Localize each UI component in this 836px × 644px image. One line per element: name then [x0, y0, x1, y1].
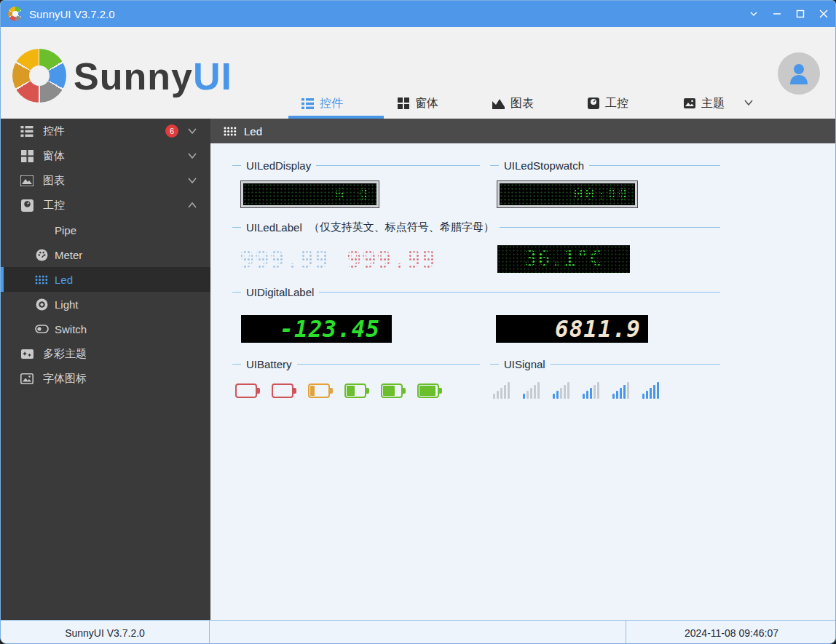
nav-tabs: 控件 窗体 图表 工控 主题	[1, 90, 835, 119]
tab-forms[interactable]: 窗体	[398, 92, 438, 114]
tab-label: 图表	[510, 96, 534, 111]
window-controls	[742, 1, 835, 27]
led-stopwatch-value: 00:00	[574, 186, 629, 202]
close-icon[interactable]	[812, 1, 835, 27]
digital-label-2: 6811.9	[496, 315, 648, 343]
group-title-ledstopwatch: UILedStopwatch	[490, 159, 720, 172]
sidebar-item-controls[interactable]: 控件 6	[1, 119, 210, 143]
signal-icon	[612, 382, 629, 399]
tab-industrial[interactable]: 工控	[588, 92, 628, 114]
group-label: UISignal	[504, 358, 545, 370]
app-window: SunnyUI V3.7.2.0 SunnyUI 控件 窗体 图表	[0, 0, 836, 644]
battery-icon	[235, 383, 257, 398]
person-icon	[786, 61, 811, 86]
signal-icon	[493, 382, 510, 399]
signal-icon	[523, 382, 540, 399]
sidebar-item-label: Light	[55, 298, 79, 311]
battery-row	[235, 383, 439, 398]
group-title-signal: UISignal	[490, 358, 720, 370]
led-label-value-1: 999.99	[240, 247, 329, 271]
sidebar-item-forms[interactable]: 窗体	[1, 143, 210, 168]
user-avatar[interactable]	[778, 52, 820, 95]
sidebar-item-switch[interactable]: Switch	[1, 317, 210, 341]
page-title: Led	[244, 125, 262, 138]
sidebar-item-label: Led	[55, 274, 73, 286]
signal-icon	[553, 382, 569, 399]
battery-icon	[417, 383, 439, 398]
led-label-temperature: 36.1°C	[497, 245, 630, 273]
tab-charts[interactable]: 图表	[492, 92, 534, 114]
battery-icon	[308, 383, 330, 398]
minimize-icon[interactable]	[765, 1, 789, 27]
notification-badge: 6	[165, 124, 178, 138]
sidebar-item-light[interactable]: Light	[1, 292, 210, 317]
window-title: SunnyUI V3.7.2.0	[29, 8, 115, 20]
group-label: UIDigitalLabel	[246, 286, 314, 298]
app-header: SunnyUI 控件 窗体 图表 工控 主题	[1, 27, 835, 119]
maximize-icon[interactable]	[789, 1, 812, 27]
group-title-digitallabel: UIDigitalLabel	[232, 286, 720, 298]
sidebar: 控件 6 窗体 图表 工控 Pipe Meter Led	[1, 119, 210, 620]
led-display-value: 6 Ω	[335, 186, 371, 202]
sidebar-item-label: 图表	[43, 174, 65, 188]
group-title-battery: UIBattery	[232, 358, 480, 370]
collapse-icon[interactable]	[742, 1, 765, 27]
tab-label: 窗体	[415, 96, 438, 111]
sidebar-item-label: 多彩主题	[43, 347, 87, 361]
tab-controls[interactable]: 控件	[301, 92, 343, 114]
status-datetime: 2024-11-08 09:46:07	[626, 621, 836, 644]
digital-label-1: -123.45	[241, 315, 392, 343]
image-icon	[20, 373, 34, 384]
sidebar-item-color-theme[interactable]: 多彩主题	[1, 341, 210, 366]
chevron-down-icon	[187, 152, 197, 159]
tab-label: 控件	[320, 96, 343, 111]
group-label: UILedLabel	[246, 221, 302, 234]
group-label: UILedDisplay	[246, 159, 311, 172]
battery-icon	[381, 383, 403, 398]
chart-icon	[20, 175, 34, 186]
chevron-down-icon	[187, 127, 197, 135]
sidebar-item-pipe[interactable]: Pipe	[1, 218, 210, 242]
light-icon	[34, 298, 49, 311]
chevron-up-icon	[187, 202, 197, 209]
title-bar: SunnyUI V3.7.2.0	[1, 1, 835, 27]
group-title-ledlabel: UILedLabel（仅支持英文、标点符号、希腊字母）	[232, 220, 720, 234]
sidebar-item-label: 工控	[43, 199, 65, 212]
group-subtitle: （仅支持英文、标点符号、希腊字母）	[309, 220, 494, 234]
theme-sparkle-icon	[20, 349, 34, 359]
sidebar-item-charts[interactable]: 图表	[1, 168, 210, 193]
led-dots-icon	[224, 127, 237, 136]
main-content: UILedDisplay UILedStopwatch 6 Ω 00:00 UI…	[210, 143, 836, 620]
tab-overflow-chevron-icon[interactable]	[744, 97, 754, 110]
gauge-icon	[20, 199, 34, 212]
sidebar-item-label: 字体图标	[43, 372, 87, 386]
digital-value-1: -123.45	[280, 318, 380, 341]
chevron-down-icon	[187, 177, 197, 184]
tab-label: 工控	[605, 96, 628, 111]
sidebar-item-meter[interactable]: Meter	[1, 242, 210, 267]
list-icon	[20, 126, 34, 137]
status-bar: SunnyUI V3.7.2.0 2024-11-08 09:46:07	[1, 620, 835, 644]
battery-icon	[272, 383, 293, 398]
sidebar-item-font-icons[interactable]: 字体图标	[1, 366, 210, 391]
battery-icon	[344, 383, 366, 398]
sidebar-item-industrial[interactable]: 工控	[1, 193, 210, 218]
led-stopwatch: 00:00	[497, 181, 637, 207]
digital-value-2: 6811.9	[555, 318, 641, 341]
sidebar-item-led[interactable]: Led	[1, 267, 210, 292]
sidebar-item-label: Meter	[55, 249, 82, 261]
tab-theme[interactable]: 主题	[684, 92, 725, 114]
sidebar-item-label: 控件	[43, 124, 65, 138]
signal-icon	[642, 382, 659, 399]
group-label: UIBattery	[246, 358, 292, 370]
page-header: Led	[210, 119, 836, 143]
led-label-value-3: 36.1°C	[524, 249, 602, 269]
led-label-value-2: 999.99	[347, 247, 436, 271]
led-display: 6 Ω	[241, 181, 379, 207]
sidebar-item-label: 窗体	[43, 149, 65, 163]
signal-row	[493, 382, 659, 399]
signal-icon	[583, 382, 599, 399]
led-dots-icon	[34, 275, 49, 285]
app-logo-icon	[8, 7, 23, 21]
sidebar-item-label: Pipe	[55, 224, 76, 236]
